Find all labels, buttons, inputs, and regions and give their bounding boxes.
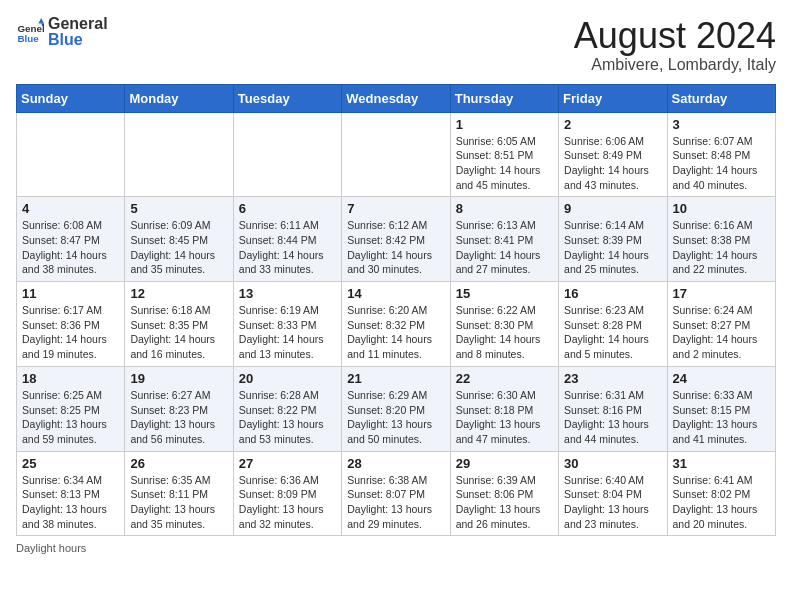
day-number: 9 (564, 201, 661, 216)
calendar-cell: 25Sunrise: 6:34 AMSunset: 8:13 PMDayligh… (17, 451, 125, 536)
calendar-cell: 15Sunrise: 6:22 AMSunset: 8:30 PMDayligh… (450, 282, 558, 367)
calendar-week-row: 11Sunrise: 6:17 AMSunset: 8:36 PMDayligh… (17, 282, 776, 367)
calendar-week-row: 4Sunrise: 6:08 AMSunset: 8:47 PMDaylight… (17, 197, 776, 282)
day-info: Sunrise: 6:25 AMSunset: 8:25 PMDaylight:… (22, 388, 119, 447)
day-number: 16 (564, 286, 661, 301)
day-info: Sunrise: 6:29 AMSunset: 8:20 PMDaylight:… (347, 388, 444, 447)
day-number: 30 (564, 456, 661, 471)
calendar-cell: 13Sunrise: 6:19 AMSunset: 8:33 PMDayligh… (233, 282, 341, 367)
calendar-cell: 20Sunrise: 6:28 AMSunset: 8:22 PMDayligh… (233, 366, 341, 451)
calendar-cell: 6Sunrise: 6:11 AMSunset: 8:44 PMDaylight… (233, 197, 341, 282)
day-number: 29 (456, 456, 553, 471)
calendar-week-row: 18Sunrise: 6:25 AMSunset: 8:25 PMDayligh… (17, 366, 776, 451)
day-number: 10 (673, 201, 770, 216)
logo-icon: General Blue (16, 18, 44, 46)
day-info: Sunrise: 6:22 AMSunset: 8:30 PMDaylight:… (456, 303, 553, 362)
day-info: Sunrise: 6:24 AMSunset: 8:27 PMDaylight:… (673, 303, 770, 362)
calendar-cell (125, 112, 233, 197)
day-info: Sunrise: 6:23 AMSunset: 8:28 PMDaylight:… (564, 303, 661, 362)
day-number: 18 (22, 371, 119, 386)
calendar-cell: 7Sunrise: 6:12 AMSunset: 8:42 PMDaylight… (342, 197, 450, 282)
calendar-cell: 29Sunrise: 6:39 AMSunset: 8:06 PMDayligh… (450, 451, 558, 536)
svg-text:Blue: Blue (17, 33, 39, 44)
day-number: 27 (239, 456, 336, 471)
day-info: Sunrise: 6:08 AMSunset: 8:47 PMDaylight:… (22, 218, 119, 277)
day-number: 31 (673, 456, 770, 471)
weekday-header-saturday: Saturday (667, 84, 775, 112)
day-info: Sunrise: 6:36 AMSunset: 8:09 PMDaylight:… (239, 473, 336, 532)
weekday-header-monday: Monday (125, 84, 233, 112)
day-number: 20 (239, 371, 336, 386)
day-info: Sunrise: 6:16 AMSunset: 8:38 PMDaylight:… (673, 218, 770, 277)
day-info: Sunrise: 6:19 AMSunset: 8:33 PMDaylight:… (239, 303, 336, 362)
logo: General Blue General Blue (16, 16, 108, 48)
calendar-cell: 3Sunrise: 6:07 AMSunset: 8:48 PMDaylight… (667, 112, 775, 197)
main-title: August 2024 (574, 16, 776, 56)
subtitle: Ambivere, Lombardy, Italy (574, 56, 776, 74)
calendar-cell: 10Sunrise: 6:16 AMSunset: 8:38 PMDayligh… (667, 197, 775, 282)
calendar-cell: 9Sunrise: 6:14 AMSunset: 8:39 PMDaylight… (559, 197, 667, 282)
day-info: Sunrise: 6:41 AMSunset: 8:02 PMDaylight:… (673, 473, 770, 532)
day-number: 22 (456, 371, 553, 386)
day-info: Sunrise: 6:07 AMSunset: 8:48 PMDaylight:… (673, 134, 770, 193)
day-info: Sunrise: 6:30 AMSunset: 8:18 PMDaylight:… (456, 388, 553, 447)
day-number: 23 (564, 371, 661, 386)
day-info: Sunrise: 6:18 AMSunset: 8:35 PMDaylight:… (130, 303, 227, 362)
calendar-cell (233, 112, 341, 197)
day-info: Sunrise: 6:39 AMSunset: 8:06 PMDaylight:… (456, 473, 553, 532)
day-info: Sunrise: 6:31 AMSunset: 8:16 PMDaylight:… (564, 388, 661, 447)
day-info: Sunrise: 6:35 AMSunset: 8:11 PMDaylight:… (130, 473, 227, 532)
calendar-cell: 12Sunrise: 6:18 AMSunset: 8:35 PMDayligh… (125, 282, 233, 367)
day-number: 21 (347, 371, 444, 386)
calendar-cell: 23Sunrise: 6:31 AMSunset: 8:16 PMDayligh… (559, 366, 667, 451)
day-number: 7 (347, 201, 444, 216)
weekday-header-row: SundayMondayTuesdayWednesdayThursdayFrid… (17, 84, 776, 112)
header: General Blue General Blue August 2024 Am… (16, 16, 776, 74)
calendar-cell: 28Sunrise: 6:38 AMSunset: 8:07 PMDayligh… (342, 451, 450, 536)
calendar-cell (342, 112, 450, 197)
day-info: Sunrise: 6:13 AMSunset: 8:41 PMDaylight:… (456, 218, 553, 277)
weekday-header-tuesday: Tuesday (233, 84, 341, 112)
day-number: 15 (456, 286, 553, 301)
day-number: 6 (239, 201, 336, 216)
calendar-cell: 30Sunrise: 6:40 AMSunset: 8:04 PMDayligh… (559, 451, 667, 536)
calendar-cell: 14Sunrise: 6:20 AMSunset: 8:32 PMDayligh… (342, 282, 450, 367)
svg-marker-2 (38, 18, 44, 24)
day-number: 12 (130, 286, 227, 301)
title-area: August 2024 Ambivere, Lombardy, Italy (574, 16, 776, 74)
calendar-cell (17, 112, 125, 197)
footer-note: Daylight hours (16, 542, 776, 554)
calendar-cell: 22Sunrise: 6:30 AMSunset: 8:18 PMDayligh… (450, 366, 558, 451)
calendar-cell: 4Sunrise: 6:08 AMSunset: 8:47 PMDaylight… (17, 197, 125, 282)
logo-text-blue: Blue (48, 32, 108, 48)
calendar-week-row: 1Sunrise: 6:05 AMSunset: 8:51 PMDaylight… (17, 112, 776, 197)
day-info: Sunrise: 6:27 AMSunset: 8:23 PMDaylight:… (130, 388, 227, 447)
calendar-cell: 1Sunrise: 6:05 AMSunset: 8:51 PMDaylight… (450, 112, 558, 197)
day-info: Sunrise: 6:40 AMSunset: 8:04 PMDaylight:… (564, 473, 661, 532)
day-number: 13 (239, 286, 336, 301)
day-number: 28 (347, 456, 444, 471)
weekday-header-sunday: Sunday (17, 84, 125, 112)
day-info: Sunrise: 6:38 AMSunset: 8:07 PMDaylight:… (347, 473, 444, 532)
day-info: Sunrise: 6:33 AMSunset: 8:15 PMDaylight:… (673, 388, 770, 447)
calendar-cell: 19Sunrise: 6:27 AMSunset: 8:23 PMDayligh… (125, 366, 233, 451)
calendar-cell: 8Sunrise: 6:13 AMSunset: 8:41 PMDaylight… (450, 197, 558, 282)
day-number: 19 (130, 371, 227, 386)
day-number: 25 (22, 456, 119, 471)
day-info: Sunrise: 6:05 AMSunset: 8:51 PMDaylight:… (456, 134, 553, 193)
day-number: 2 (564, 117, 661, 132)
day-number: 8 (456, 201, 553, 216)
calendar-cell: 16Sunrise: 6:23 AMSunset: 8:28 PMDayligh… (559, 282, 667, 367)
day-number: 24 (673, 371, 770, 386)
calendar-cell: 5Sunrise: 6:09 AMSunset: 8:45 PMDaylight… (125, 197, 233, 282)
day-number: 14 (347, 286, 444, 301)
weekday-header-thursday: Thursday (450, 84, 558, 112)
day-info: Sunrise: 6:14 AMSunset: 8:39 PMDaylight:… (564, 218, 661, 277)
day-number: 1 (456, 117, 553, 132)
day-info: Sunrise: 6:17 AMSunset: 8:36 PMDaylight:… (22, 303, 119, 362)
calendar-cell: 27Sunrise: 6:36 AMSunset: 8:09 PMDayligh… (233, 451, 341, 536)
calendar-cell: 18Sunrise: 6:25 AMSunset: 8:25 PMDayligh… (17, 366, 125, 451)
calendar-cell: 21Sunrise: 6:29 AMSunset: 8:20 PMDayligh… (342, 366, 450, 451)
calendar-cell: 31Sunrise: 6:41 AMSunset: 8:02 PMDayligh… (667, 451, 775, 536)
weekday-header-wednesday: Wednesday (342, 84, 450, 112)
